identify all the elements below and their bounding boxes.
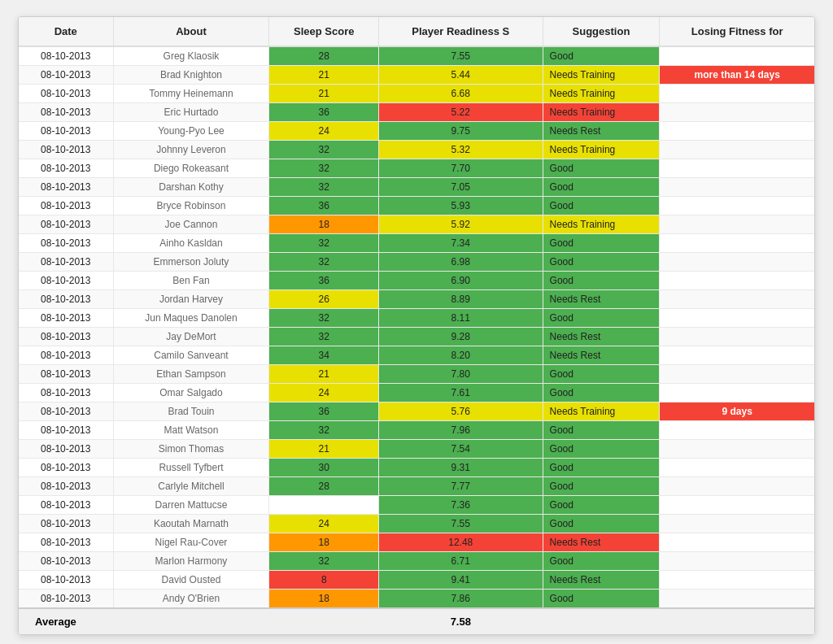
cell-suggestion: Good [543, 477, 660, 496]
cell-suggestion: Good [543, 384, 660, 402]
cell-about: Kaoutah Marnath [113, 515, 269, 533]
cell-losing-fitness [660, 365, 814, 384]
cell-date: 08-10-2013 [19, 402, 113, 421]
cell-readiness: 6.68 [379, 85, 543, 103]
cell-date: 08-10-2013 [19, 421, 113, 440]
cell-date: 08-10-2013 [19, 477, 113, 496]
table-row: 08-10-2013Russell Tyfbert309.31Good [19, 459, 814, 477]
cell-sleep-score: 36 [269, 402, 379, 421]
cell-sleep-score: 28 [269, 46, 379, 66]
table-row: 08-10-2013Matt Watson327.96Good [19, 421, 814, 440]
cell-suggestion: Needs Rest [543, 122, 660, 141]
cell-about: Ethan Sampson [113, 365, 269, 384]
cell-about: Johnny Leveron [113, 141, 269, 159]
table-row: 08-10-2013Nigel Rau-Cover1812.48Needs Re… [19, 533, 814, 552]
cell-losing-fitness [660, 477, 814, 496]
cell-readiness: 9.28 [379, 328, 543, 346]
cell-suggestion: Good [543, 496, 660, 515]
table-row: 08-10-2013Ainho Kasldan327.34Good [19, 234, 814, 253]
cell-readiness: 5.44 [379, 66, 543, 85]
table-row: 08-10-2013Johnny Leveron325.32Needs Trai… [19, 141, 814, 159]
cell-readiness: 7.36 [379, 496, 543, 515]
cell-date: 08-10-2013 [19, 103, 113, 122]
cell-readiness: 7.34 [379, 234, 543, 253]
cell-losing-fitness [660, 122, 814, 141]
cell-sleep-score: 21 [269, 365, 379, 384]
header-date: Date [19, 17, 113, 46]
table-row: 08-10-2013David Ousted89.41Needs Rest [19, 571, 814, 590]
footer-empty-1 [113, 608, 269, 634]
cell-suggestion: Needs Rest [543, 328, 660, 346]
cell-about: Matt Watson [113, 421, 269, 440]
cell-about: Simon Thomas [113, 440, 269, 459]
cell-suggestion: Good [543, 178, 660, 197]
cell-sleep-score: 18 [269, 215, 379, 234]
cell-date: 08-10-2013 [19, 178, 113, 197]
cell-suggestion: Needs Training [543, 215, 660, 234]
cell-readiness: 7.55 [379, 46, 543, 66]
cell-readiness: 7.96 [379, 421, 543, 440]
cell-readiness: 7.80 [379, 365, 543, 384]
cell-about: Omar Salgado [113, 384, 269, 402]
cell-date: 08-10-2013 [19, 159, 113, 178]
cell-losing-fitness [660, 159, 814, 178]
cell-about: David Ousted [113, 571, 269, 590]
cell-readiness: 7.54 [379, 440, 543, 459]
cell-suggestion: Needs Training [543, 141, 660, 159]
cell-about: Camilo Sanveant [113, 346, 269, 365]
cell-suggestion: Good [543, 421, 660, 440]
cell-suggestion: Good [543, 440, 660, 459]
cell-losing-fitness [660, 384, 814, 402]
cell-readiness: 6.90 [379, 272, 543, 290]
cell-losing-fitness: 9 days [660, 402, 814, 421]
table-row: 08-10-2013Brad Knighton215.44Needs Train… [19, 66, 814, 85]
cell-suggestion: Needs Training [543, 85, 660, 103]
table-row: 08-10-2013Greg Klaosik287.55Good [19, 46, 814, 66]
cell-losing-fitness [660, 197, 814, 215]
cell-suggestion: Good [543, 365, 660, 384]
cell-about: Diego Rokeasant [113, 159, 269, 178]
cell-readiness: 7.55 [379, 515, 543, 533]
footer-empty-3 [543, 608, 660, 634]
cell-date: 08-10-2013 [19, 440, 113, 459]
cell-suggestion: Needs Training [543, 66, 660, 85]
header-losing-fitness: Losing Fitness for [660, 17, 814, 46]
cell-date: 08-10-2013 [19, 365, 113, 384]
cell-losing-fitness [660, 46, 814, 66]
cell-about: Darren Mattucse [113, 496, 269, 515]
cell-suggestion: Good [543, 234, 660, 253]
cell-suggestion: Good [543, 515, 660, 533]
table-row: 08-10-2013Bryce Robinson365.93Good [19, 197, 814, 215]
cell-suggestion: Needs Rest [543, 290, 660, 309]
cell-date: 08-10-2013 [19, 496, 113, 515]
table-row: 08-10-2013Darren Mattucse7.36Good [19, 496, 814, 515]
cell-date: 08-10-2013 [19, 122, 113, 141]
cell-sleep-score: 21 [269, 66, 379, 85]
cell-sleep-score: 36 [269, 103, 379, 122]
cell-readiness: 6.98 [379, 253, 543, 272]
cell-date: 08-10-2013 [19, 571, 113, 590]
cell-sleep-score: 36 [269, 272, 379, 290]
cell-sleep-score: 32 [269, 552, 379, 571]
table-row: 08-10-2013Tommy Heinemann216.68Needs Tra… [19, 85, 814, 103]
cell-about: Jordan Harvey [113, 290, 269, 309]
cell-losing-fitness [660, 234, 814, 253]
table-row: 08-10-2013Brad Touin365.76Needs Training… [19, 402, 814, 421]
cell-date: 08-10-2013 [19, 384, 113, 402]
cell-readiness: 8.11 [379, 309, 543, 328]
table-row: 08-10-2013Eric Hurtado365.22Needs Traini… [19, 103, 814, 122]
cell-readiness: 9.31 [379, 459, 543, 477]
cell-date: 08-10-2013 [19, 46, 113, 66]
table-row: 08-10-2013Darshan Kothy327.05Good [19, 178, 814, 197]
cell-sleep-score: 18 [269, 590, 379, 609]
cell-about: Bryce Robinson [113, 197, 269, 215]
cell-suggestion: Needs Training [543, 402, 660, 421]
cell-readiness: 8.89 [379, 290, 543, 309]
cell-sleep-score: 8 [269, 571, 379, 590]
table-row: 08-10-2013Diego Rokeasant327.70Good [19, 159, 814, 178]
footer-empty-2 [269, 608, 379, 634]
cell-losing-fitness [660, 590, 814, 609]
cell-losing-fitness [660, 515, 814, 533]
cell-date: 08-10-2013 [19, 253, 113, 272]
cell-date: 08-10-2013 [19, 552, 113, 571]
